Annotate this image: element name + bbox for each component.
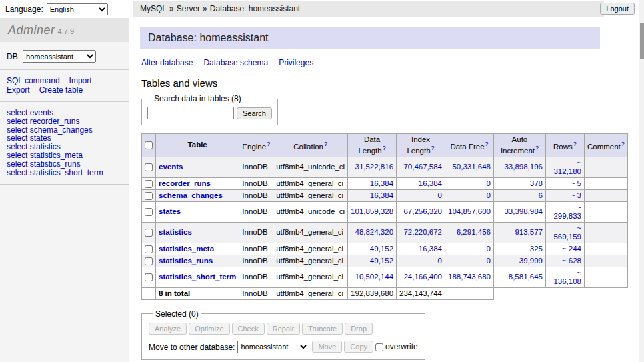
data-length-link[interactable]: 31,522,816: [355, 163, 393, 171]
data-length-link[interactable]: 49,152: [370, 257, 393, 265]
database-schema-link[interactable]: Database schema: [203, 58, 268, 67]
index-length-link[interactable]: 67,256,320: [403, 207, 442, 215]
table-link[interactable]: statistics_short_term: [159, 273, 236, 281]
breadcrumb-link-server[interactable]: Server: [177, 4, 200, 13]
auto-increment-link[interactable]: 8,581,645: [509, 273, 543, 281]
repair-button[interactable]: Repair: [267, 323, 300, 335]
app-logo[interactable]: Adminer: [8, 23, 55, 37]
rows-link[interactable]: ~ 312,180: [553, 159, 581, 175]
analyze-button[interactable]: Analyze: [149, 323, 187, 335]
scrollbar-thumb[interactable]: [640, 23, 644, 59]
help-icon[interactable]: ?: [535, 145, 539, 151]
row-checkbox[interactable]: [145, 192, 153, 200]
table-link[interactable]: states: [159, 207, 181, 215]
table-row: statisticsInnoDButf8mb4_general_ci48,824…: [142, 222, 628, 243]
help-icon[interactable]: ?: [324, 141, 327, 147]
auto-increment-link[interactable]: 325: [530, 245, 543, 253]
row-checkbox[interactable]: [145, 229, 153, 237]
help-icon[interactable]: ?: [267, 141, 270, 147]
data-free-link[interactable]: 0: [487, 179, 491, 187]
table-link[interactable]: schema_changes: [159, 191, 223, 199]
rows-link[interactable]: ~ 244: [562, 245, 581, 253]
sidebar-table-link[interactable]: select events: [7, 109, 122, 117]
vertical-scrollbar[interactable]: [639, 0, 644, 362]
rows-link[interactable]: ~ 3: [571, 191, 581, 199]
help-icon[interactable]: ?: [431, 145, 435, 151]
data-free-link[interactable]: 0: [487, 245, 491, 253]
index-length-link[interactable]: 0: [438, 191, 442, 199]
auto-increment-link[interactable]: 39,999: [519, 257, 543, 265]
table-link[interactable]: statistics_meta: [159, 245, 214, 253]
language-select[interactable]: English: [47, 3, 108, 15]
truncate-button[interactable]: Truncate: [302, 323, 343, 335]
sidebar-table-link[interactable]: select statistics_short_term: [7, 169, 122, 177]
breadcrumb-link-mysql[interactable]: MySQL: [140, 4, 167, 13]
row-checkbox[interactable]: [145, 163, 153, 171]
sidebar-link-create-table[interactable]: Create table: [39, 85, 83, 95]
row-checkbox[interactable]: [145, 208, 153, 216]
logout-button[interactable]: Logout: [600, 3, 635, 15]
data-free-link[interactable]: 6,291,456: [457, 228, 491, 236]
auto-increment-link[interactable]: 33,898,196: [504, 163, 543, 171]
data-length-link[interactable]: 49,152: [370, 245, 393, 253]
data-free-link[interactable]: 0: [487, 191, 491, 199]
rows-link[interactable]: ~ 136,108: [553, 269, 581, 285]
optimize-button[interactable]: Optimize: [189, 323, 229, 335]
rows-link[interactable]: ~ 628: [562, 257, 581, 265]
move-db-select[interactable]: homeassistant: [237, 341, 309, 353]
sidebar-table-link[interactable]: select statistics_runs: [7, 160, 122, 169]
check-button[interactable]: Check: [232, 323, 265, 335]
table-link[interactable]: statistics: [159, 228, 192, 236]
data-length-link[interactable]: 16,384: [370, 191, 393, 199]
index-length-link[interactable]: 16,384: [419, 245, 442, 253]
data-length-cell: 101,859,328: [348, 201, 397, 222]
table-link[interactable]: events: [159, 163, 183, 171]
row-checkbox[interactable]: [145, 245, 153, 253]
index-length-link[interactable]: 24,166,400: [403, 273, 442, 281]
data-length-link[interactable]: 16,384: [370, 179, 393, 187]
overwrite-checkbox[interactable]: [375, 343, 383, 351]
drop-button[interactable]: Drop: [345, 323, 373, 335]
index-length-link[interactable]: 0: [438, 257, 442, 265]
auto-increment-link[interactable]: 6: [539, 191, 543, 199]
data-free-link[interactable]: 50,331,648: [452, 163, 491, 171]
data-free-link[interactable]: 188,743,680: [448, 273, 491, 281]
help-icon[interactable]: ?: [573, 141, 577, 147]
auto-increment-link[interactable]: 378: [530, 179, 543, 187]
db-select[interactable]: homeassistant: [23, 50, 96, 63]
sidebar-link-import[interactable]: Import: [69, 76, 92, 85]
collation-cell: utf8mb4_general_ci: [273, 267, 348, 287]
select-all-checkbox[interactable]: [145, 141, 153, 149]
help-icon[interactable]: ?: [383, 145, 386, 151]
move-button[interactable]: Move: [312, 341, 342, 353]
row-checkbox[interactable]: [145, 273, 153, 281]
data-length-link[interactable]: 48,824,320: [355, 228, 393, 236]
data-length-link[interactable]: 101,859,328: [351, 207, 393, 215]
index-length-link[interactable]: 70,467,584: [403, 163, 442, 171]
alter-database-link[interactable]: Alter database: [141, 58, 193, 67]
row-checkbox[interactable]: [145, 257, 153, 265]
search-input[interactable]: [147, 107, 234, 119]
auto-increment-link[interactable]: 913,577: [515, 228, 543, 236]
table-link[interactable]: recorder_runs: [159, 179, 211, 187]
data-free-link[interactable]: 0: [487, 257, 491, 265]
sidebar-link-sql-command[interactable]: SQL command: [7, 76, 60, 85]
auto-increment-link[interactable]: 33,398,984: [504, 207, 543, 215]
search-button[interactable]: Search: [237, 107, 272, 119]
copy-button[interactable]: Copy: [344, 341, 373, 353]
sidebar-table-link[interactable]: select statistics_meta: [7, 151, 122, 160]
rows-link[interactable]: ~ 569,159: [553, 224, 581, 241]
data-free-link[interactable]: 104,857,600: [448, 207, 491, 215]
sidebar-table-link[interactable]: select recorder_runs: [7, 117, 122, 126]
row-checkbox[interactable]: [145, 180, 153, 188]
index-length-link[interactable]: 16,384: [419, 179, 442, 187]
help-icon[interactable]: ?: [485, 141, 489, 147]
rows-link[interactable]: ~ 299,833: [553, 203, 581, 220]
help-icon[interactable]: ?: [621, 141, 625, 147]
data-length-link[interactable]: 10,502,144: [355, 273, 393, 281]
sidebar-link-export[interactable]: Export: [7, 85, 30, 95]
privileges-link[interactable]: Privileges: [279, 58, 313, 67]
rows-link[interactable]: ~ 5: [571, 179, 581, 187]
index-length-link[interactable]: 72,220,672: [403, 228, 442, 236]
table-link[interactable]: statistics_runs: [159, 257, 213, 265]
